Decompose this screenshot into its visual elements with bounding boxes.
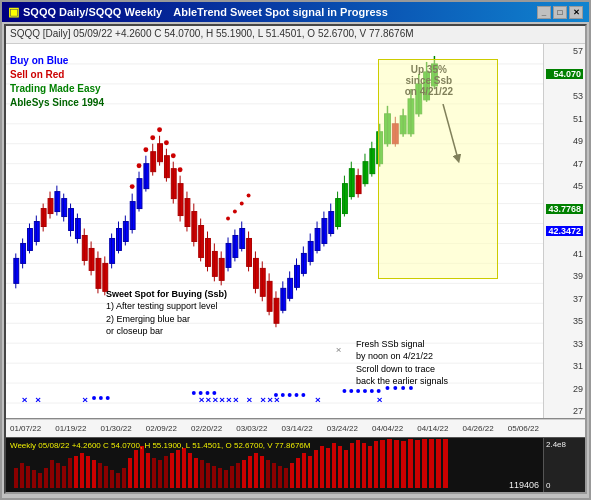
svg-rect-235: [278, 466, 282, 488]
svg-point-114: [247, 194, 251, 198]
volume-chart: Weekly 05/08/22 +4.2600 C 54.0700, H 55.…: [6, 437, 585, 492]
svg-text:×: ×: [377, 394, 383, 405]
maximize-button[interactable]: □: [553, 6, 567, 19]
vol-high: 2.4e8: [546, 440, 583, 449]
weekly-bar-text: Weekly 05/08/22 +4.2600 C 54.0700, H 55.…: [10, 441, 310, 450]
svg-text:×: ×: [260, 394, 266, 405]
svg-text:×: ×: [247, 394, 253, 405]
svg-rect-221: [194, 458, 198, 488]
x-label-2: 01/30/22: [101, 424, 132, 433]
svg-rect-218: [176, 450, 180, 488]
x-label-8: 04/04/22: [372, 424, 403, 433]
svg-point-166: [363, 389, 367, 393]
svg-rect-231: [254, 453, 258, 488]
svg-rect-233: [266, 460, 270, 488]
svg-rect-200: [68, 458, 72, 488]
svg-point-135: [288, 393, 292, 397]
x-label-4: 02/20/22: [191, 424, 222, 433]
svg-rect-251: [374, 441, 378, 488]
svg-rect-46: [96, 258, 101, 288]
svg-rect-258: [422, 439, 427, 488]
svg-rect-214: [152, 458, 156, 488]
svg-rect-252: [380, 440, 385, 488]
app-icon: ▣: [8, 5, 19, 19]
svg-rect-97: [212, 251, 217, 276]
svg-rect-228: [236, 463, 240, 488]
svg-point-168: [377, 389, 381, 393]
svg-rect-246: [344, 450, 348, 488]
svg-text:×: ×: [336, 344, 342, 355]
price-scale: 57 54.070 53 51 49 47 45 43.7768 42.3472…: [543, 44, 585, 418]
status-bar-text: SQQQ [Daily] 05/09/22 +4.2600 C 54.0700,…: [10, 28, 414, 39]
svg-text:×: ×: [267, 394, 273, 405]
ablesys-label: AbleSys Since 1994: [10, 96, 104, 110]
svg-rect-229: [242, 460, 246, 488]
legend-annotations: Buy on Blue Sell on Red Trading Made Eas…: [10, 54, 104, 110]
svg-point-48: [92, 396, 96, 400]
vol-low: 0: [546, 481, 583, 490]
title-bar: ▣ SQQQ Daily/SQQQ Weekly AbleTrend Sweet…: [2, 2, 589, 22]
price-37: 37: [546, 294, 583, 304]
svg-rect-217: [170, 453, 174, 488]
svg-rect-216: [164, 456, 168, 488]
x-axis: 01/07/22 01/19/22 01/30/22 02/09/22 02/2…: [6, 419, 585, 437]
x-label-5: 03/03/22: [236, 424, 267, 433]
svg-point-76: [164, 140, 169, 145]
svg-rect-198: [56, 463, 60, 488]
svg-point-137: [301, 393, 305, 397]
svg-rect-205: [98, 463, 102, 488]
svg-rect-244: [332, 443, 336, 488]
close-button[interactable]: ✕: [569, 6, 583, 19]
svg-rect-197: [50, 460, 54, 488]
chart-container: SQQQ [Daily] 05/09/22 +4.2600 C 54.0700,…: [4, 24, 587, 494]
svg-rect-238: [296, 458, 300, 488]
volume-label: Weekly 05/08/22 +4.2600 C 54.0700, H 55.…: [10, 440, 310, 450]
svg-rect-259: [429, 439, 434, 488]
title-controls[interactable]: _ □ ✕: [537, 6, 583, 19]
x-label-11: 05/06/22: [508, 424, 539, 433]
svg-point-67: [143, 147, 148, 152]
svg-point-75: [157, 127, 162, 132]
x-labels: 01/07/22 01/19/22 01/30/22 02/09/22 02/2…: [10, 424, 539, 433]
ssb-title: Sweet Spot for Buying (Ssb): [106, 288, 227, 301]
svg-point-82: [178, 167, 183, 172]
svg-text:×: ×: [199, 394, 205, 405]
svg-rect-253: [387, 439, 392, 488]
svg-point-50: [106, 396, 110, 400]
svg-rect-245: [338, 446, 342, 488]
price-53: 53: [546, 91, 583, 101]
svg-rect-230: [248, 456, 252, 488]
trading-label: Trading Made Easy: [10, 82, 104, 96]
svg-rect-240: [308, 456, 312, 488]
svg-rect-236: [284, 468, 288, 488]
svg-rect-237: [290, 463, 294, 488]
price-35: 35: [546, 316, 583, 326]
svg-rect-226: [224, 470, 228, 488]
price-42-highlight: 42.3472: [546, 226, 583, 236]
svg-rect-256: [408, 439, 413, 488]
sell-on-red-label: Sell on Red: [10, 68, 104, 82]
svg-text:×: ×: [212, 394, 218, 405]
svg-rect-257: [415, 440, 420, 488]
svg-point-164: [349, 389, 353, 393]
svg-rect-212: [140, 446, 144, 488]
svg-point-95: [206, 391, 210, 395]
buy-on-blue-label: Buy on Blue: [10, 54, 104, 68]
svg-text:×: ×: [206, 394, 212, 405]
price-41: 41: [546, 249, 583, 259]
svg-rect-202: [80, 453, 84, 488]
svg-rect-239: [302, 453, 306, 488]
price-31: 31: [546, 361, 583, 371]
svg-text:×: ×: [315, 394, 321, 405]
x-label-6: 03/14/22: [282, 424, 313, 433]
minimize-button[interactable]: _: [537, 6, 551, 19]
x-label-9: 04/14/22: [417, 424, 448, 433]
svg-text:×: ×: [22, 394, 28, 405]
vol-scale: 2.4e8 0: [543, 438, 585, 492]
ssb-1: 1) After testing support level: [106, 300, 227, 313]
svg-rect-249: [362, 443, 366, 488]
svg-rect-39: [75, 219, 80, 239]
svg-rect-222: [200, 460, 204, 488]
svg-rect-195: [38, 473, 42, 488]
price-47: 47: [546, 159, 583, 169]
